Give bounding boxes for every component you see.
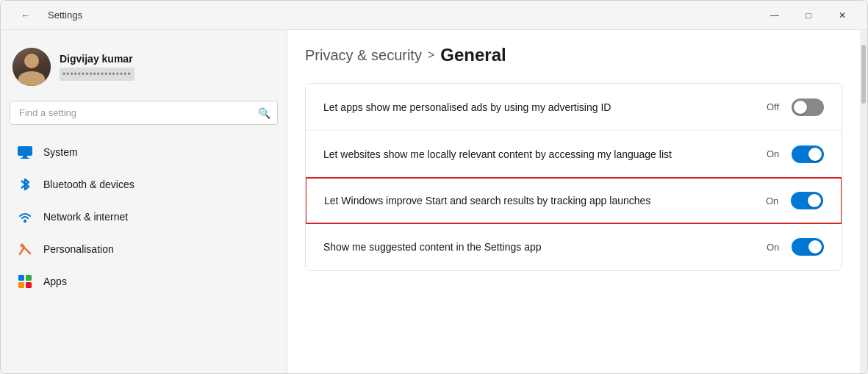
- bluetooth-icon: [17, 176, 33, 193]
- sidebar-item-system[interactable]: System: [5, 137, 282, 168]
- settings-list: Let apps show me personalised ads by usi…: [305, 83, 842, 271]
- breadcrumb-parent: Privacy & security: [305, 47, 422, 64]
- setting-control-ads: Off: [767, 98, 824, 116]
- toggle-suggested[interactable]: [792, 238, 824, 256]
- breadcrumb-separator: >: [428, 48, 434, 62]
- close-button[interactable]: ✕: [826, 4, 858, 26]
- sidebar-item-bluetooth[interactable]: Bluetooth & devices: [5, 169, 282, 200]
- sidebar-item-apps[interactable]: Apps: [5, 266, 282, 297]
- search-input[interactable]: [10, 101, 278, 125]
- toggle-knob-language: [808, 148, 822, 161]
- settings-window: ← Settings — □ ✕ Digvijay kumar ••••••••…: [0, 0, 868, 374]
- network-icon: [17, 209, 33, 225]
- nav-items: System Bluetooth & devices: [1, 137, 287, 297]
- user-email: ••••••••••••••••••: [60, 68, 134, 81]
- system-icon: [17, 144, 33, 160]
- setting-row-suggested: Show me suggested content in the Setting…: [306, 223, 842, 270]
- toggle-language[interactable]: [792, 145, 824, 163]
- svg-point-3: [24, 220, 26, 223]
- content-area: Privacy & security > General Let apps sh…: [287, 30, 860, 373]
- breadcrumb: Privacy & security > General: [305, 45, 842, 65]
- avatar-image: [12, 48, 51, 86]
- user-info: Digvijay kumar ••••••••••••••••••: [60, 53, 134, 81]
- user-name: Digvijay kumar: [60, 53, 134, 65]
- sidebar-item-network[interactable]: Network & internet: [5, 201, 282, 232]
- user-section: Digvijay kumar ••••••••••••••••••: [1, 42, 287, 101]
- svg-rect-8: [26, 275, 32, 281]
- minimize-button[interactable]: —: [758, 4, 791, 26]
- svg-rect-2: [21, 158, 29, 159]
- setting-control-tracking: On: [766, 192, 823, 209]
- toggle-knob-suggested: [808, 240, 822, 253]
- titlebar-left: ← Settings: [10, 4, 82, 26]
- toggle-label-language: On: [767, 148, 784, 159]
- page-title: General: [440, 45, 506, 65]
- apps-icon: [17, 273, 33, 290]
- setting-label-language: Let websites show me locally relevant co…: [323, 148, 767, 160]
- toggle-label-ads: Off: [767, 101, 784, 112]
- setting-row-language: Let websites show me locally relevant co…: [306, 131, 842, 178]
- setting-label-suggested: Show me suggested content in the Setting…: [323, 241, 767, 253]
- sidebar: Digvijay kumar •••••••••••••••••• 🔍: [1, 30, 287, 373]
- maximize-button[interactable]: □: [792, 4, 825, 26]
- scrollbar-track[interactable]: [860, 30, 867, 373]
- svg-point-6: [21, 244, 24, 248]
- sidebar-item-apps-label: Apps: [43, 276, 67, 287]
- sidebar-item-personalisation-label: Personalisation: [43, 243, 114, 255]
- sidebar-item-bluetooth-label: Bluetooth & devices: [43, 179, 134, 190]
- toggle-label-suggested: On: [767, 242, 784, 253]
- svg-rect-7: [18, 275, 24, 281]
- toggle-label-tracking: On: [766, 195, 783, 206]
- setting-label-ads: Let apps show me personalised ads by usi…: [323, 101, 767, 113]
- svg-rect-10: [26, 282, 32, 288]
- toggle-knob-tracking: [808, 194, 821, 207]
- search-icon: 🔍: [258, 107, 270, 119]
- search-box: 🔍: [10, 101, 278, 125]
- titlebar: ← Settings — □ ✕: [1, 1, 867, 30]
- avatar: [12, 48, 51, 86]
- setting-row-ads: Let apps show me personalised ads by usi…: [306, 84, 842, 131]
- toggle-ads[interactable]: [792, 98, 824, 116]
- scrollbar-thumb[interactable]: [861, 45, 866, 104]
- window-title: Settings: [48, 10, 82, 21]
- back-button[interactable]: ←: [10, 4, 42, 26]
- setting-control-suggested: On: [767, 238, 824, 256]
- setting-label-tracking: Let Windows improve Start and search res…: [324, 195, 766, 206]
- main-layout: Digvijay kumar •••••••••••••••••• 🔍: [1, 30, 867, 373]
- sidebar-item-system-label: System: [43, 146, 78, 158]
- toggle-tracking[interactable]: [791, 192, 823, 209]
- sidebar-item-network-label: Network & internet: [43, 211, 128, 223]
- svg-rect-0: [18, 146, 32, 156]
- personalisation-icon: [17, 241, 33, 257]
- setting-row-tracking: Let Windows improve Start and search res…: [305, 177, 842, 224]
- titlebar-controls: — □ ✕: [758, 4, 858, 26]
- svg-rect-9: [18, 282, 24, 288]
- sidebar-item-personalisation[interactable]: Personalisation: [5, 234, 282, 265]
- toggle-knob-ads: [794, 101, 807, 114]
- setting-control-language: On: [767, 145, 824, 163]
